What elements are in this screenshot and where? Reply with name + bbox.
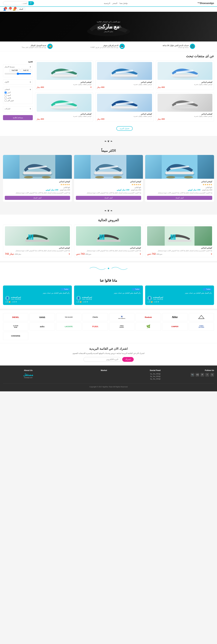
- price-filter-label[interactable]: ▼ متوسط الاسعار: [5, 66, 31, 68]
- offer-img-2: [76, 226, 141, 246]
- favorite-icon-4[interactable]: ♡: [210, 118, 212, 120]
- footer-follow-title: Follow Us: [163, 369, 214, 372]
- svg-rect-35: [101, 234, 102, 240]
- brands-label-text: الماركات: [5, 108, 10, 110]
- load-more-button[interactable]: تحميل المزيد: [117, 126, 133, 131]
- checkbox-input-4[interactable]: [5, 100, 7, 102]
- brand-converse[interactable]: CONVERSE: [3, 332, 28, 340]
- svg-rect-34: [99, 234, 101, 240]
- brand-vans[interactable]: VANS: [30, 313, 55, 321]
- offer-name-1: كونشي ادیداس: [147, 247, 212, 249]
- product-desc-4: كونشي معلقات وألوان عصرية: [158, 116, 212, 117]
- brand-ted-baker[interactable]: TED BAKER: [56, 313, 81, 321]
- facebook-social-icon[interactable]: f: [205, 373, 209, 377]
- best-seller-card-3: كونشي ادیداس ★★★★★ بائع البتاني 150 دينا…: [3, 155, 72, 202]
- offer-heart-1[interactable]: ♥: [211, 253, 212, 255]
- twitter-badge-3: Twitter 🐦: [61, 288, 70, 290]
- brand-puma[interactable]: PUMA: [83, 322, 108, 331]
- add-to-cart-2[interactable]: أضف للسلة: [76, 196, 141, 200]
- feature-desc-3: بسبحة مع خدماتنا: [163, 46, 188, 48]
- brand-wreath[interactable]: 🌿: [136, 322, 161, 331]
- price-min-input[interactable]: [21, 69, 31, 72]
- favorite-icon-5[interactable]: ♡: [150, 118, 152, 120]
- brand-adidas[interactable]: adidas: [189, 313, 214, 321]
- price-max-input[interactable]: [10, 69, 20, 72]
- offer-heart-2[interactable]: ♥: [140, 253, 141, 255]
- newsletter-submit[interactable]: اشتراك: [122, 357, 134, 362]
- products-section: عن اى منتجات تبحث كونشي ادیداس كونشي معل…: [0, 51, 217, 136]
- brand-g-star-raw[interactable]: G-STARRAW: [3, 322, 28, 331]
- offer-price-2: ♥ دس.490 743 دس: [76, 252, 141, 255]
- svg-rect-29: [171, 234, 172, 240]
- product-image-2: [97, 62, 152, 80]
- brands-filter-label[interactable]: ▼ الماركات: [5, 108, 31, 110]
- search-input[interactable]: [3, 2, 29, 5]
- social-feed-item-1[interactable]: @0p_3ta_000: [110, 373, 161, 375]
- size-filter-label[interactable]: ▼ المقاس: [5, 88, 31, 90]
- add-to-cart-3[interactable]: أضف للسلة: [5, 196, 70, 200]
- favorite-icon-6[interactable]: ♡: [89, 118, 91, 120]
- cart-button[interactable]: السلة: [17, 8, 25, 11]
- brands-section: adidas Nike Reebok N new balance Clarks …: [0, 310, 217, 343]
- brand-camper[interactable]: CAMPER: [162, 322, 187, 331]
- favorite-icon-2[interactable]: ♡: [150, 86, 152, 88]
- twitter-social-icon[interactable]: 𝕏: [210, 373, 214, 377]
- brand-nike[interactable]: Nike: [162, 313, 187, 321]
- favorite-icon-3[interactable]: ♥: [90, 86, 91, 88]
- price-label-text: متوسط الاسعار: [5, 66, 15, 68]
- product-price-2: 800 دينار: [97, 86, 104, 88]
- product-card-3: كونشي ادیداس كونشي معلقات وألوان عصرية ♥…: [35, 60, 93, 90]
- advertise-button[interactable]: مساحة إعلانية: [3, 115, 33, 120]
- checkbox-input-2[interactable]: [5, 94, 7, 96]
- product-actions-5: ♡ 800 دینار: [97, 118, 152, 120]
- brand-fred-perry[interactable]: FREDPERRY: [109, 322, 134, 331]
- search-button[interactable]: 🔍: [29, 1, 34, 5]
- user-avatar-2: 👤: [76, 296, 81, 300]
- user-name-1: اسم المستخدم: [153, 296, 163, 298]
- pinterest-social-icon[interactable]: P: [200, 373, 204, 377]
- product-desc-3: كونشي معلقات وألوان عصرية: [37, 84, 91, 85]
- googleplus-social-icon[interactable]: G+: [195, 373, 199, 377]
- instagram-social-icon[interactable]: 📷: [191, 373, 194, 377]
- checkbox-item-1: أحمر: [5, 92, 31, 94]
- nav-item-contact[interactable]: تواصل معنا: [120, 2, 128, 4]
- favorite-icon-1[interactable]: ♡: [210, 86, 212, 88]
- checkbox-label-2: أسود: [7, 94, 11, 96]
- feature-item-2: 💻 الدعم إفريلاين متوفر يوم نام نقدم خدما…: [91, 44, 125, 49]
- offer-heart-3[interactable]: ♥: [69, 253, 70, 255]
- product-card-5: كونشي ادیداس كونشي معلقات وألوان عصرية ♡…: [95, 92, 154, 122]
- nav-item-store[interactable]: المتجر: [112, 2, 117, 4]
- brand-asks[interactable]: asks: [30, 322, 55, 331]
- checkbox-input-1[interactable]: [5, 92, 7, 94]
- brand-new-balance[interactable]: N new balance: [109, 313, 134, 321]
- svg-rect-30: [172, 234, 174, 240]
- newsletter-email-input[interactable]: [83, 357, 121, 362]
- hero-banner: تمتع بأفضل و أجود الماركات العالمية مع م…: [0, 12, 217, 42]
- add-to-cart-1[interactable]: أضف للسلة: [147, 196, 212, 200]
- best-seller-stars-1: ★★★★★: [147, 183, 212, 186]
- checkbox-input-3[interactable]: [5, 97, 7, 99]
- notification-badge: +9: [14, 7, 17, 10]
- color-filter-label[interactable]: ▼ الألوان: [5, 81, 31, 83]
- brand-lacoste[interactable]: LACOSTE: [56, 322, 81, 331]
- brand-reebok[interactable]: Reebok: [136, 313, 161, 321]
- svg-rect-6: [50, 74, 77, 76]
- social-feed-item-3[interactable]: @0p_3ta_000: [110, 378, 161, 380]
- header-nav: تواصل معنا المتجر الرئيسية: [104, 2, 128, 4]
- testimonials-section: ماذا قالوا عنا Twitter 🐦 رأي العميل يعض …: [0, 275, 217, 309]
- social-feed-item-2[interactable]: @0p_3ta_000: [110, 376, 161, 377]
- best-seller-card-2: كونشي ادیداس ★★★★★ بائع البتاني 150 دينا…: [74, 155, 143, 202]
- size-chevron: ▼: [30, 88, 31, 90]
- best-seller-body-2: كونشي ادیداس ★★★★★ بائع البتاني 150 دينا…: [74, 179, 143, 202]
- price-slider[interactable]: [5, 72, 31, 75]
- brand-diesel[interactable]: DIESEL: [3, 313, 28, 321]
- brand-clarks[interactable]: Clarks: [83, 313, 108, 321]
- svg-point-21: [95, 176, 104, 178]
- offer-old-price-1: دس.490: [157, 253, 162, 255]
- brand-tommy-hilfiger[interactable]: TOMMYHILFIGER: [189, 322, 214, 331]
- svg-rect-8: [171, 106, 198, 108]
- footer-grid: Follow Us 𝕏 f P G+ 📷 Social Feed @0p_3ta…: [3, 369, 214, 380]
- best-seller-name-3: كونشي ادیداس: [5, 180, 70, 182]
- nav-item-home[interactable]: الرئيسية: [104, 2, 110, 4]
- testimonial-likes-1: ❤ 2.4K: [154, 301, 159, 303]
